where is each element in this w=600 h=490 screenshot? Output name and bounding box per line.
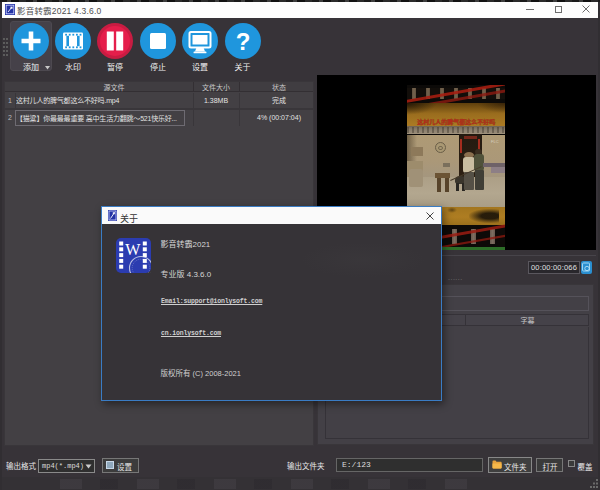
svg-text:?: ? bbox=[235, 28, 250, 55]
svg-text:W: W bbox=[125, 241, 141, 258]
